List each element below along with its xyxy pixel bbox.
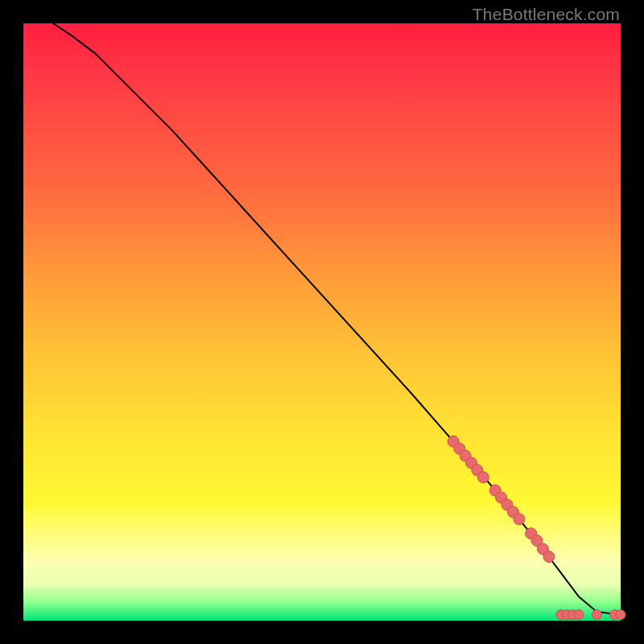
chart-curve: [53, 23, 621, 615]
data-marker: [543, 551, 555, 563]
data-marker: [514, 514, 525, 525]
chart-svg: [23, 23, 621, 621]
data-marker: [592, 610, 601, 620]
data-marker: [616, 610, 625, 620]
data-marker: [574, 610, 584, 620]
chart-stage: TheBottleneck.com: [0, 0, 644, 644]
attribution-label: TheBottleneck.com: [473, 5, 620, 24]
data-marker: [477, 472, 489, 483]
markers-tail: [556, 610, 625, 620]
plot-area: [23, 23, 621, 621]
markers-on-curve: [448, 436, 555, 562]
